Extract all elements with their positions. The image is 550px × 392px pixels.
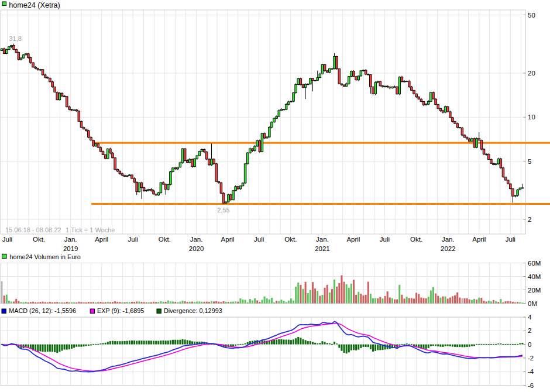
svg-text:Divergence: 0,12993: Divergence: 0,12993 [164, 307, 222, 314]
svg-text:5: 5 [528, 158, 531, 165]
svg-text:0: 0 [528, 341, 531, 348]
svg-text:0M: 0M [528, 300, 537, 307]
svg-text:Jan.: Jan. [64, 236, 77, 243]
svg-text:Juli: Juli [380, 236, 390, 243]
svg-text:EXP (9): -1,6895: EXP (9): -1,6895 [97, 307, 144, 314]
svg-text:2019: 2019 [63, 245, 78, 252]
svg-text:15.06.18 - 08.08.22: 15.06.18 - 08.08.22 [5, 226, 61, 233]
svg-text:MACD (26, 12): -1,5596: MACD (26, 12): -1,5596 [9, 307, 76, 314]
svg-text:Juli: Juli [2, 236, 12, 243]
svg-text:10: 10 [528, 114, 535, 121]
svg-text:2022: 2022 [441, 245, 456, 252]
svg-text:-2: -2 [528, 355, 534, 362]
svg-text:4: 4 [528, 314, 532, 321]
svg-text:31,8: 31,8 [9, 35, 22, 42]
svg-text:2021: 2021 [315, 245, 330, 252]
svg-text:April: April [95, 236, 108, 243]
svg-text:2020: 2020 [189, 245, 204, 252]
svg-text:1 Tick = 1 Woche: 1 Tick = 1 Woche [66, 226, 115, 233]
svg-text:2: 2 [528, 216, 531, 223]
svg-text:Okt.: Okt. [284, 236, 297, 243]
svg-text:-4: -4 [528, 368, 534, 375]
svg-text:Jan.: Jan. [316, 236, 329, 243]
svg-text:April: April [221, 236, 235, 243]
svg-text:Juli: Juli [128, 236, 138, 243]
svg-text:Okt.: Okt. [33, 236, 45, 243]
svg-text:40M: 40M [528, 273, 541, 280]
svg-text:Juli: Juli [254, 236, 264, 243]
svg-text:50: 50 [528, 12, 535, 19]
svg-text:home24 (Xetra): home24 (Xetra) [9, 1, 60, 9]
svg-text:April: April [346, 236, 360, 243]
svg-text:20M: 20M [528, 287, 541, 294]
svg-text:Juli: Juli [506, 236, 515, 243]
svg-text:-6: -6 [528, 382, 534, 389]
svg-text:2: 2 [528, 327, 531, 334]
svg-text:2,55: 2,55 [217, 207, 229, 214]
svg-text:April: April [472, 236, 486, 243]
svg-text:Jan.: Jan. [442, 236, 455, 243]
svg-text:20: 20 [528, 70, 535, 77]
svg-text:Jan.: Jan. [190, 236, 203, 243]
svg-text:60M: 60M [528, 260, 541, 267]
svg-text:home24 Volumen in Euro: home24 Volumen in Euro [10, 253, 81, 260]
svg-text:Okt.: Okt. [410, 236, 422, 243]
svg-text:Okt.: Okt. [159, 236, 171, 243]
